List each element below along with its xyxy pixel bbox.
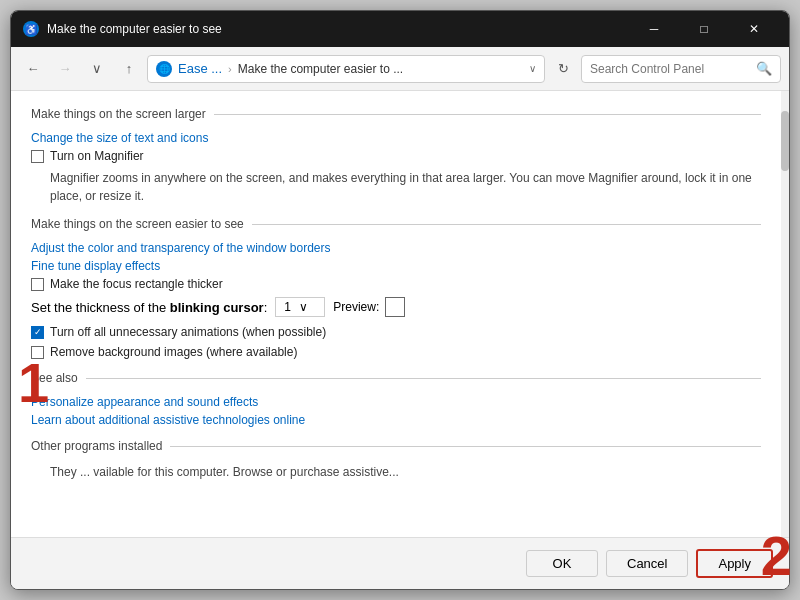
back-button[interactable]: ←	[19, 55, 47, 83]
cursor-thickness-row: Set the thickness of the blinking cursor…	[31, 297, 761, 317]
scrollbar[interactable]	[781, 91, 789, 537]
focus-rect-label: Make the focus rectangle thicker	[50, 277, 223, 291]
magnifier-row: Turn on Magnifier	[31, 149, 761, 163]
content-area: Make things on the screen larger Change …	[11, 91, 789, 537]
section-easier-header: Make things on the screen easier to see	[31, 217, 761, 231]
background-label: Remove background images (where availabl…	[50, 345, 297, 359]
cursor-preview-box	[385, 297, 405, 317]
title-bar: ♿ Make the computer easier to see ─ □ ✕	[11, 11, 789, 47]
section-other-programs: Other programs installed They ... vailab…	[31, 439, 761, 481]
cursor-dropdown-arrow: ∨	[299, 300, 308, 314]
section-see-also-line	[86, 378, 761, 379]
section-see-also-header: See also	[31, 371, 761, 385]
maximize-button[interactable]: □	[681, 11, 727, 47]
section-larger-header: Make things on the screen larger	[31, 107, 761, 121]
color-transparency-link[interactable]: Adjust the color and transparency of the…	[31, 241, 761, 255]
address-separator: ›	[228, 63, 232, 75]
preview-label: Preview:	[333, 300, 379, 314]
address-part1: Ease ...	[178, 61, 222, 76]
magnifier-description: Magnifier zooms in anywhere on the scree…	[50, 169, 761, 205]
ok-button[interactable]: OK	[526, 550, 598, 577]
recent-button[interactable]: ∨	[83, 55, 111, 83]
window-icon: ♿	[23, 21, 39, 37]
section-other-header: Other programs installed	[31, 439, 761, 453]
background-row: Remove background images (where availabl…	[31, 345, 761, 359]
search-input[interactable]	[590, 62, 752, 76]
cursor-preview: Preview:	[333, 297, 405, 317]
title-bar-controls: ─ □ ✕	[631, 11, 777, 47]
animations-checkbox[interactable]	[31, 326, 44, 339]
section-see-also-title: See also	[31, 371, 78, 385]
magnifier-label: Turn on Magnifier	[50, 149, 144, 163]
section-larger-title: Make things on the screen larger	[31, 107, 206, 121]
window-title: Make the computer easier to see	[47, 22, 631, 36]
address-dropdown-icon[interactable]: ∨	[529, 63, 536, 74]
close-button[interactable]: ✕	[731, 11, 777, 47]
assistive-tech-link[interactable]: Learn about additional assistive technol…	[31, 413, 761, 427]
section-larger: Make things on the screen larger Change …	[31, 107, 761, 205]
focus-rect-checkbox[interactable]	[31, 278, 44, 291]
section-see-also: See also Personalize appearance and soun…	[31, 371, 761, 427]
forward-button[interactable]: →	[51, 55, 79, 83]
search-icon: 🔍	[756, 61, 772, 76]
other-programs-text: They ... vailable for this computer. Bro…	[50, 463, 761, 481]
section-larger-line	[214, 114, 761, 115]
personalize-link[interactable]: Personalize appearance and sound effects	[31, 395, 761, 409]
section-easier-title: Make things on the screen easier to see	[31, 217, 244, 231]
search-box[interactable]: 🔍	[581, 55, 781, 83]
scrollbar-thumb[interactable]	[781, 111, 789, 171]
section-easier: Make things on the screen easier to see …	[31, 217, 761, 359]
cursor-thickness-label: Set the thickness of the blinking cursor…	[31, 300, 267, 315]
cancel-button[interactable]: Cancel	[606, 550, 688, 577]
address-part2: Make the computer easier to ...	[238, 62, 523, 76]
refresh-button[interactable]: ↻	[549, 55, 577, 83]
section-other-title: Other programs installed	[31, 439, 162, 453]
address-bar[interactable]: 🌐 Ease ... › Make the computer easier to…	[147, 55, 545, 83]
cursor-thickness-dropdown[interactable]: 1 ∨	[275, 297, 325, 317]
focus-rect-row: Make the focus rectangle thicker	[31, 277, 761, 291]
bottom-bar: OK Cancel Apply	[11, 537, 789, 589]
change-size-link[interactable]: Change the size of text and icons	[31, 131, 761, 145]
section-other-line	[170, 446, 761, 447]
magnifier-checkbox[interactable]	[31, 150, 44, 163]
cursor-thickness-value: 1	[284, 300, 291, 314]
animations-row: Turn off all unnecessary animations (whe…	[31, 325, 761, 339]
background-checkbox[interactable]	[31, 346, 44, 359]
minimize-button[interactable]: ─	[631, 11, 677, 47]
up-button[interactable]: ↑	[115, 55, 143, 83]
globe-icon: 🌐	[156, 61, 172, 77]
navigation-bar: ← → ∨ ↑ 🌐 Ease ... › Make the computer e…	[11, 47, 789, 91]
animations-label: Turn off all unnecessary animations (whe…	[50, 325, 326, 339]
section-easier-line	[252, 224, 761, 225]
main-content: Make things on the screen larger Change …	[11, 91, 781, 537]
main-window: ♿ Make the computer easier to see ─ □ ✕ …	[10, 10, 790, 590]
fine-tune-link[interactable]: Fine tune display effects	[31, 259, 761, 273]
apply-button[interactable]: Apply	[696, 549, 773, 578]
